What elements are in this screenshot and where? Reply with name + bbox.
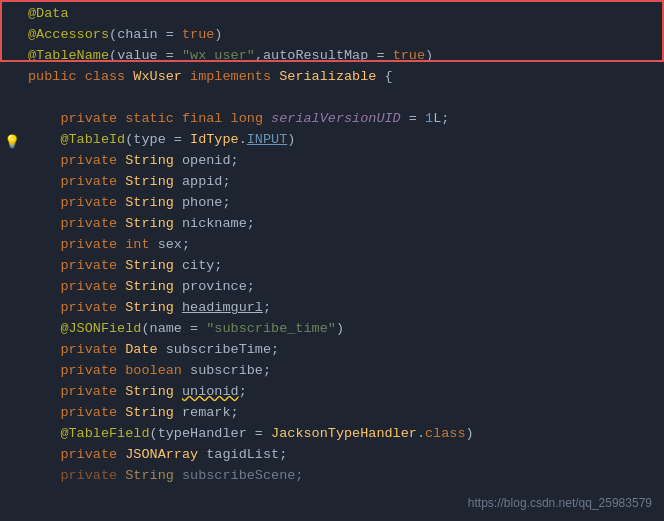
code-content-5 xyxy=(28,88,656,109)
code-content-12: private int sex; xyxy=(28,235,656,256)
code-line-8: private String openid; xyxy=(0,151,664,172)
code-content-20: private String remark; xyxy=(28,403,656,424)
code-line-21: @TableField(typeHandler = JacksonTypeHan… xyxy=(0,424,664,445)
code-line-5 xyxy=(0,88,664,109)
code-content-16: @JSONField(name = "subscribe_time") xyxy=(28,319,656,340)
code-content-7: @TableId(type = IdType.INPUT) xyxy=(28,130,656,151)
code-content-9: private String appid; xyxy=(28,172,656,193)
code-content-14: private String province; xyxy=(28,277,656,298)
code-line-14: private String province; xyxy=(0,277,664,298)
code-content-11: private String nickname; xyxy=(28,214,656,235)
code-content-23: private String subscribeScene; xyxy=(28,466,656,487)
code-content-1: @Data xyxy=(28,4,656,25)
code-content-21: @TableField(typeHandler = JacksonTypeHan… xyxy=(28,424,656,445)
code-line-6: private static final long serialVersionU… xyxy=(0,109,664,130)
code-content-17: private Date subscribeTime; xyxy=(28,340,656,361)
code-line-16: @JSONField(name = "subscribe_time") xyxy=(0,319,664,340)
code-line-19: private String unionid; xyxy=(0,382,664,403)
code-line-4: public class WxUser implements Serializa… xyxy=(0,67,664,88)
code-line-11: private String nickname; xyxy=(0,214,664,235)
code-content-3: @TableName(value = "wx_user",autoResultM… xyxy=(28,46,656,67)
code-line-9: private String appid; xyxy=(0,172,664,193)
code-line-15: private String headimgurl; xyxy=(0,298,664,319)
code-line-7: 💡 @TableId(type = IdType.INPUT) xyxy=(0,130,664,151)
code-content-15: private String headimgurl; xyxy=(28,298,656,319)
code-content-2: @Accessors(chain = true) xyxy=(28,25,656,46)
watermark: https://blog.csdn.net/qq_25983579 xyxy=(468,494,652,513)
code-line-3: @TableName(value = "wx_user",autoResultM… xyxy=(0,46,664,67)
code-line-13: private String city; xyxy=(0,256,664,277)
code-line-2: @Accessors(chain = true) xyxy=(0,25,664,46)
code-content-4: public class WxUser implements Serializa… xyxy=(28,67,656,88)
code-content-19: private String unionid; xyxy=(28,382,656,403)
code-line-10: private String phone; xyxy=(0,193,664,214)
code-content-8: private String openid; xyxy=(28,151,656,172)
code-content-18: private boolean subscribe; xyxy=(28,361,656,382)
code-container: @Data @Accessors(chain = true) @TableNam… xyxy=(0,0,664,521)
code-line-1: @Data xyxy=(0,4,664,25)
code-content-6: private static final long serialVersionU… xyxy=(28,109,656,130)
code-content-13: private String city; xyxy=(28,256,656,277)
code-line-20: private String remark; xyxy=(0,403,664,424)
code-line-18: private boolean subscribe; xyxy=(0,361,664,382)
code-line-22: private JSONArray tagidList; xyxy=(0,445,664,466)
code-line-17: private Date subscribeTime; xyxy=(0,340,664,361)
code-line-12: private int sex; xyxy=(0,235,664,256)
code-content-22: private JSONArray tagidList; xyxy=(28,445,656,466)
code-line-23: private String subscribeScene; xyxy=(0,466,664,487)
code-content-10: private String phone; xyxy=(28,193,656,214)
